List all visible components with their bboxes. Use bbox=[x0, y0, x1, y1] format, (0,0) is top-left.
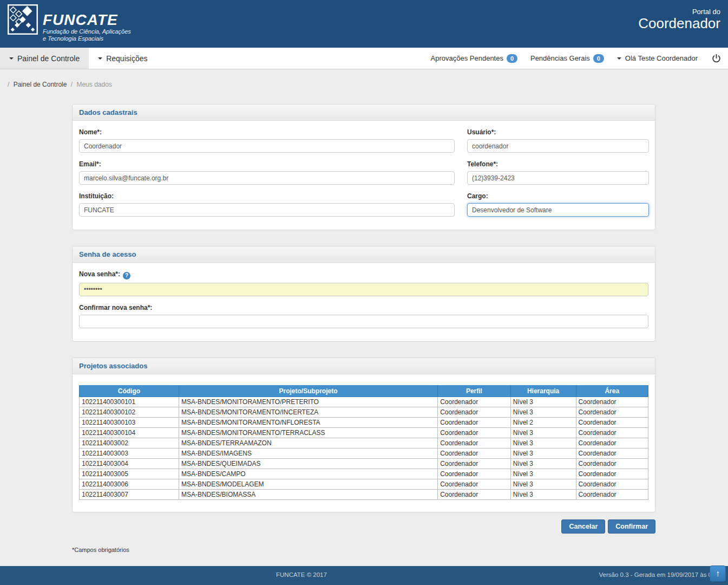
chevron-down-icon bbox=[617, 57, 621, 60]
table-cell: Coordenador bbox=[576, 469, 648, 479]
user-menu[interactable]: Olá Teste Coordenador bbox=[617, 54, 698, 62]
table-cell: Coordenador bbox=[438, 427, 511, 438]
tab-requisicoes[interactable]: Requisições bbox=[89, 48, 156, 69]
brand-tagline-line2: e Tecnologia Espaciais bbox=[43, 35, 131, 42]
help-icon[interactable]: ? bbox=[123, 272, 130, 280]
usuario-field[interactable] bbox=[467, 139, 649, 153]
chevron-down-icon bbox=[98, 57, 102, 60]
main-navbar: Painel de Controle Requisições Aprovaçõe… bbox=[0, 48, 728, 69]
general-pendencies-label: Pendências Gerais bbox=[530, 54, 590, 62]
table-cell: Coordenador bbox=[576, 407, 648, 417]
panel-senha-de-acesso: Senha de acesso Nova senha*:? Confirmar … bbox=[72, 246, 655, 342]
chevron-down-icon bbox=[9, 57, 14, 60]
table-cell: MSA-BNDES/IMAGENS bbox=[179, 448, 437, 458]
table-cell: 1022114003006 bbox=[80, 479, 179, 489]
table-cell: Nível 3 bbox=[510, 396, 576, 407]
table-cell: Coordenador bbox=[576, 489, 648, 499]
panel-body: Nome*: Usuário*: Email*: Telefone*: bbox=[73, 121, 655, 230]
nova-senha-field[interactable] bbox=[79, 283, 648, 296]
usuario-label: Usuário*: bbox=[467, 128, 649, 136]
app-header: FUNCATE Fundação de Ciência, Aplicações … bbox=[0, 0, 728, 48]
panel-title: Senha de acesso bbox=[73, 246, 655, 263]
breadcrumb: / Painel de Controle / Meus dados bbox=[8, 81, 728, 88]
panel-dados-cadastrais: Dados cadastrais Nome*: Usuário*: Email*… bbox=[72, 104, 655, 230]
table-cell: MSA-BNDES/MODELAGEM bbox=[179, 479, 437, 489]
breadcrumb-separator: / bbox=[71, 81, 73, 88]
confirmar-nova-senha-field[interactable] bbox=[79, 315, 648, 328]
table-cell: 1022114003005 bbox=[80, 469, 179, 479]
cancel-button[interactable]: Cancelar bbox=[561, 519, 605, 534]
funcate-logo-icon bbox=[8, 4, 38, 35]
projects-table-header-row: CódigoProjeto/SubprojetoPerfilHierarquia… bbox=[80, 385, 648, 396]
breadcrumb-painel-de-controle[interactable]: Painel de Controle bbox=[14, 81, 67, 88]
confirmar-nova-senha-label: Confirmar nova senha*: bbox=[79, 304, 648, 311]
table-cell: Nível 3 bbox=[510, 469, 576, 479]
table-cell: 102211400300104 bbox=[80, 427, 179, 438]
table-cell: Coordenador bbox=[576, 427, 648, 438]
field-group-telefone: Telefone*: bbox=[467, 160, 649, 185]
panel-projetos-associados: Projetos associados CódigoProjeto/Subpro… bbox=[72, 358, 655, 512]
app-footer: FUNCATE © 2017 Versão 0.3 - Gerada em 19… bbox=[0, 566, 728, 585]
funcate-logo: FUNCATE Fundação de Ciência, Aplicações … bbox=[0, 0, 131, 42]
logout-button[interactable] bbox=[712, 54, 721, 63]
table-cell: 1022114003002 bbox=[80, 438, 179, 448]
nav-right: Aprovações Pendentes 0 Pendências Gerais… bbox=[418, 48, 728, 69]
table-row: 1022114003003MSA-BNDES/IMAGENSCoordenado… bbox=[80, 448, 648, 458]
table-cell: Coordenador bbox=[576, 458, 648, 469]
table-cell: Nível 3 bbox=[510, 448, 576, 458]
tab-label: Painel de Controle bbox=[17, 54, 80, 63]
tab-painel-de-controle[interactable]: Painel de Controle bbox=[0, 48, 89, 69]
table-cell: 1022114003007 bbox=[80, 489, 179, 499]
nome-field[interactable] bbox=[79, 139, 455, 153]
telefone-label: Telefone*: bbox=[467, 160, 649, 168]
email-field[interactable] bbox=[79, 171, 455, 185]
cargo-label: Cargo: bbox=[467, 192, 649, 200]
table-cell: Nível 3 bbox=[510, 479, 576, 489]
breadcrumb-meus-dados: Meus dados bbox=[76, 81, 112, 88]
field-group-confirmar-nova-senha: Confirmar nova senha*: bbox=[79, 304, 648, 328]
table-row: 1022114003007MSA-BNDES/BIOMASSACoordenad… bbox=[80, 489, 648, 499]
instituicao-field[interactable] bbox=[79, 203, 455, 217]
table-cell: Nível 3 bbox=[510, 458, 576, 469]
table-cell: MSA-BNDES/MONITORAMENTO/PRETERITO bbox=[179, 396, 437, 407]
table-row: 102211400300102MSA-BNDES/MONITORAMENTO/I… bbox=[80, 407, 648, 417]
breadcrumb-separator: / bbox=[8, 81, 9, 88]
table-cell: Coordenador bbox=[438, 407, 511, 417]
portal-title: Portal do Coordenador bbox=[638, 0, 728, 31]
table-cell: Nível 3 bbox=[510, 427, 576, 438]
approvals-pending-link[interactable]: Aprovações Pendentes 0 bbox=[431, 54, 517, 63]
nav-tabs: Painel de Controle Requisições bbox=[0, 48, 156, 69]
table-column-header: Área bbox=[576, 385, 648, 396]
scroll-to-top-button[interactable]: ↑ bbox=[710, 566, 726, 582]
nova-senha-label: Nova senha*:? bbox=[79, 270, 648, 280]
field-group-nova-senha: Nova senha*:? bbox=[79, 270, 648, 296]
instituicao-label: Instituição: bbox=[79, 192, 455, 200]
general-pendencies-link[interactable]: Pendências Gerais 0 bbox=[530, 54, 604, 63]
table-cell: Coordenador bbox=[438, 417, 511, 427]
table-row: 102211400300103MSA-BNDES/MONITORAMENTO/N… bbox=[80, 417, 648, 427]
confirm-button[interactable]: Confirmar bbox=[608, 519, 655, 534]
table-cell: Coordenador bbox=[576, 417, 648, 427]
nome-label: Nome*: bbox=[79, 128, 455, 136]
brand-tagline-line1: Fundação de Ciência, Aplicações bbox=[43, 28, 131, 35]
cargo-field[interactable] bbox=[467, 203, 649, 217]
brand-name: FUNCATE bbox=[43, 12, 131, 28]
footer-version: Versão 0.3 - Gerada em 19/09/2017 às 0 bbox=[599, 571, 712, 578]
funcate-logo-text: FUNCATE Fundação de Ciência, Aplicações … bbox=[43, 4, 131, 42]
table-column-header: Código bbox=[80, 385, 179, 396]
table-cell: MSA-BNDES/MONITORAMENTO/TERRACLASS bbox=[179, 427, 437, 438]
table-cell: Coordenador bbox=[576, 448, 648, 458]
table-cell: Nível 3 bbox=[510, 489, 576, 499]
table-cell: Coordenador bbox=[438, 448, 511, 458]
telefone-field[interactable] bbox=[467, 171, 649, 185]
table-cell: MSA-BNDES/MONITORAMENTO/NFLORESTA bbox=[179, 417, 437, 427]
table-row: 1022114003004MSA-BNDES/QUEIMADASCoordena… bbox=[80, 458, 648, 469]
panel-title: Dados cadastrais bbox=[73, 105, 655, 121]
table-cell: 102211400300101 bbox=[80, 396, 179, 407]
field-group-nome: Nome*: bbox=[79, 128, 455, 153]
table-row: 102211400300101MSA-BNDES/MONITORAMENTO/P… bbox=[80, 396, 648, 407]
table-cell: Coordenador bbox=[576, 479, 648, 489]
table-cell: Coordenador bbox=[576, 438, 648, 448]
table-cell: Coordenador bbox=[438, 469, 511, 479]
table-cell: Coordenador bbox=[438, 479, 511, 489]
